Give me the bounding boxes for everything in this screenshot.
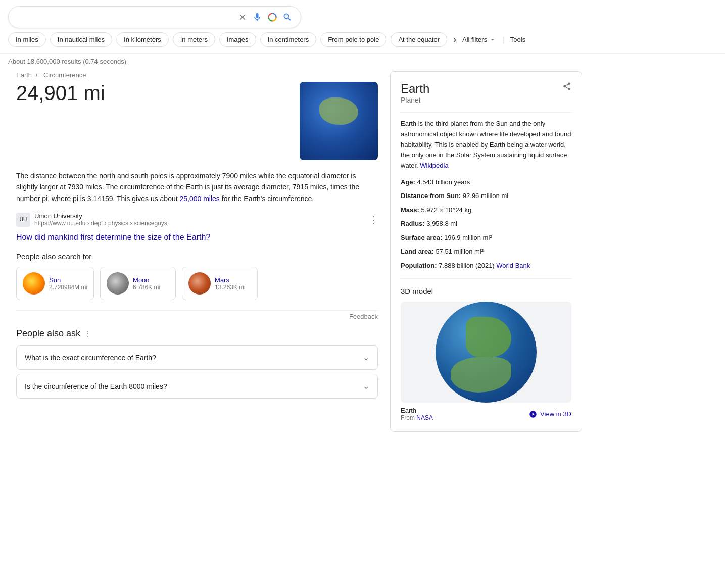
model-title: 3D model	[401, 287, 571, 296]
filter-chip-pole[interactable]: From pole to pole	[320, 32, 386, 47]
clear-button[interactable]	[238, 13, 247, 22]
header: what is the circumference of the earth	[0, 0, 725, 54]
fact-surface: Surface area: 196.9 million mi²	[401, 233, 571, 243]
fact-age-label: Age:	[401, 178, 415, 186]
nasa-link[interactable]: NASA	[416, 414, 433, 421]
view-in-3d-button[interactable]: View in 3D	[529, 410, 571, 418]
entity-description: Earth is the third planet from the Sun a…	[401, 112, 571, 171]
people-also-ask: People also ask ⋮ What is the exact circ…	[16, 328, 378, 399]
search-box: what is the circumference of the earth	[8, 6, 301, 28]
sun-icon	[23, 272, 45, 295]
fact-distance: Distance from Sun: 92.96 million mi	[401, 191, 571, 201]
model-footer: Earth From NASA View in 3D	[401, 407, 571, 421]
filter-chip-images[interactable]: Images	[219, 32, 256, 47]
share-button[interactable]	[562, 82, 571, 93]
search-bar-row: what is the circumference of the earth	[8, 6, 717, 28]
fact-surface-label: Surface area:	[401, 234, 442, 241]
model-label-area: Earth From NASA	[401, 407, 433, 421]
earth-3d-globe	[436, 302, 537, 403]
source-info: Union University https://www.uu.edu › de…	[34, 212, 365, 227]
paa-question-1-text: What is the exact circumference of Earth…	[25, 354, 156, 362]
source-row: UU Union University https://www.uu.edu ›…	[16, 212, 378, 227]
search-card-mars[interactable]: Mars 13.263K mi	[182, 267, 258, 300]
fact-age-value: 4.543 billion years	[417, 178, 470, 186]
moon-info: Moon 6.786K mi	[133, 276, 160, 291]
source-name: Union University	[34, 212, 365, 220]
breadcrumb-current: Circumference	[43, 71, 86, 79]
search-card-moon[interactable]: Moon 6.786K mi	[100, 267, 176, 300]
filter-chip-nautical[interactable]: In nautical miles	[50, 32, 112, 47]
more-filters-button[interactable]: ›	[451, 34, 458, 45]
voice-search-button[interactable]	[252, 12, 262, 22]
search-cards: Sun 2.720984M mi Moon 6.786K mi	[16, 267, 378, 300]
people-also-search-title: People also search for	[16, 252, 378, 261]
related-question-link[interactable]: How did mankind first determine the size…	[16, 233, 210, 241]
right-column: Earth Planet Earth is the third planet f…	[390, 71, 582, 432]
world-bank-link[interactable]: World Bank	[496, 262, 530, 269]
fact-distance-label: Distance from Sun:	[401, 192, 461, 200]
info-panel-header: Earth Planet	[401, 82, 571, 110]
paa-question-2[interactable]: Is the circumference of the Earth 8000 m…	[17, 374, 377, 398]
sun-value: 2.720984M mi	[49, 284, 87, 291]
tools-button[interactable]: Tools	[510, 36, 525, 43]
fact-age: Age: 4.543 billion years	[401, 177, 571, 187]
lens-button[interactable]	[267, 12, 277, 22]
source-favicon: UU	[16, 213, 30, 227]
sun-info: Sun 2.720984M mi	[49, 276, 87, 291]
moon-icon	[107, 272, 129, 295]
fact-pop-label: Population:	[401, 262, 437, 269]
paa-item-2: Is the circumference of the Earth 8000 m…	[16, 374, 378, 399]
paa-header: People also ask ⋮	[16, 328, 378, 339]
chevron-down-icon-1: ⌄	[363, 353, 369, 362]
search-button[interactable]	[282, 12, 293, 22]
paa-question-1[interactable]: What is the exact circumference of Earth…	[17, 346, 377, 369]
paa-title: People also ask	[16, 328, 80, 339]
filter-chip-equator[interactable]: At the equator	[391, 32, 447, 47]
filter-chip-km[interactable]: In kilometers	[116, 32, 169, 47]
model-from-text: From	[401, 414, 415, 421]
highlighted-link[interactable]: 25,000 miles	[179, 194, 219, 203]
chevron-down-icon-2: ⌄	[363, 381, 369, 391]
fact-land-label: Land area:	[401, 248, 434, 255]
breadcrumb: Earth / Circumference	[16, 71, 378, 79]
breadcrumb-parent[interactable]: Earth	[16, 71, 32, 79]
filter-chip-meters[interactable]: In meters	[173, 32, 215, 47]
moon-value: 6.786K mi	[133, 284, 160, 291]
fact-distance-value: 92.96 million mi	[463, 192, 508, 200]
filter-row: In miles In nautical miles In kilometers…	[8, 28, 717, 49]
fact-mass-value: 5.972 × 10^24 kg	[421, 206, 471, 214]
circumference-value: 24,901 mi	[16, 82, 292, 105]
main-layout: Earth / Circumference 24,901 mi The dist…	[8, 71, 717, 432]
search-input[interactable]: what is the circumference of the earth	[17, 13, 238, 22]
fact-radius-value: 3,958.8 mi	[426, 220, 457, 227]
wikipedia-link[interactable]: Wikipedia	[420, 162, 448, 169]
answer-text: 24,901 mi	[16, 82, 292, 109]
related-link: How did mankind first determine the size…	[16, 233, 378, 242]
filter-chip-miles[interactable]: In miles	[8, 32, 46, 47]
sun-name: Sun	[49, 276, 87, 284]
entity-header-left: Earth Planet	[401, 82, 429, 110]
all-filters-button[interactable]: All filters	[462, 36, 496, 43]
paa-menu-icon[interactable]: ⋮	[84, 330, 91, 338]
moon-image	[107, 272, 129, 295]
earth-image	[300, 82, 378, 160]
source-menu-icon[interactable]: ⋮	[369, 214, 378, 225]
people-also-search: People also search for Sun 2.720984M mi	[16, 252, 378, 300]
view-3d-label: View in 3D	[540, 410, 571, 418]
fact-mass: Mass: 5.972 × 10^24 kg	[401, 205, 571, 215]
mars-name: Mars	[215, 276, 246, 284]
model-entity-label: Earth	[401, 407, 433, 414]
facts-list: Age: 4.543 billion years Distance from S…	[401, 177, 571, 271]
breadcrumb-separator: /	[36, 71, 38, 79]
entity-type: Planet	[401, 96, 429, 104]
search-card-sun[interactable]: Sun 2.720984M mi	[16, 267, 94, 300]
sun-image	[23, 272, 45, 295]
feedback[interactable]: Feedback	[16, 310, 378, 328]
filter-chip-cm[interactable]: In centimeters	[260, 32, 317, 47]
answer-section: 24,901 mi	[16, 82, 378, 160]
fact-pop-value: 7.888 billion (2021)	[439, 262, 495, 269]
source-url: https://www.uu.edu › dept › physics › sc…	[34, 220, 365, 227]
fact-radius-label: Radius:	[401, 220, 425, 227]
entity-title: Earth	[401, 82, 429, 96]
model-preview[interactable]	[401, 302, 571, 403]
